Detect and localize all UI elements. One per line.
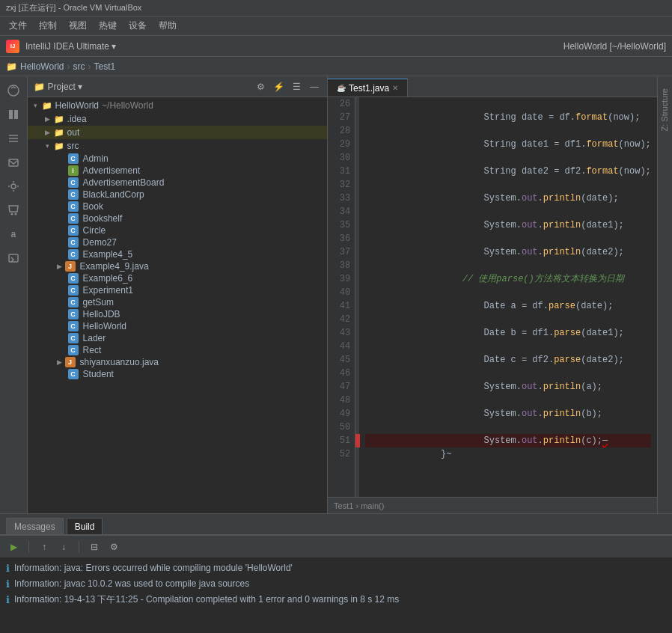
code-line-47: System.out.println(a);: [365, 380, 651, 394]
close-panel-icon[interactable]: —: [308, 80, 321, 94]
breadcrumb-src[interactable]: src: [73, 61, 85, 72]
divider2: [79, 541, 79, 553]
settings-icon[interactable]: ⚡: [272, 80, 285, 94]
play-button[interactable]: ▶: [6, 539, 21, 554]
menu-help[interactable]: 帮助: [153, 18, 183, 34]
breadcrumb-sep1: ›: [67, 61, 70, 72]
interface-icon-Advertisement: I: [68, 165, 79, 176]
gear-icon[interactable]: ⚙: [254, 80, 267, 94]
class-icon-Circle: C: [68, 225, 79, 236]
log-item-3: ℹ Information: 19-4-13 下午11:25 - Compila…: [6, 592, 666, 608]
sidebar-icon-email[interactable]: [2, 151, 25, 174]
code-editor[interactable]: 26 27 28 29 30 31 32 33 34 35 36 37 38 3…: [328, 97, 657, 497]
intellij-title[interactable]: IntelliJ IDEA Ultimate ▾: [25, 41, 116, 52]
folder-icon-out: 📁: [53, 126, 65, 138]
tree-item-root[interactable]: ▾ 📁 HelloWorld ~/HelloWorld: [28, 99, 328, 112]
menu-device[interactable]: 设备: [123, 18, 153, 34]
tree-item-Admin[interactable]: ▶ C Admin: [28, 153, 328, 165]
breadcrumb-project[interactable]: HelloWorld: [20, 61, 64, 72]
tab-close-icon[interactable]: ✕: [392, 84, 398, 92]
tree-arrow-out: ▶: [43, 127, 53, 138]
bottom-action-bar: ▶ ↑ ↓ ⊟ ⚙: [0, 535, 672, 557]
tree-label-Example4_5: Example4_5: [83, 249, 133, 260]
log-item-4[interactable]: ▶ /home/zxj/HelloWorld/src/Test1.java: [6, 608, 666, 611]
code-line-37: System.out.println(date2);: [365, 245, 651, 259]
code-line-31: String date2 = df2.format(now);: [365, 165, 651, 178]
tab-build[interactable]: Build: [67, 518, 103, 534]
tree-label-Admin: Admin: [83, 153, 109, 164]
code-line-52: }~: [365, 447, 651, 461]
tree-label-src: src: [67, 141, 79, 151]
filter-icon[interactable]: ⊟: [87, 539, 102, 554]
tree-item-Example4_5[interactable]: ▶ C Example4_5: [28, 248, 328, 260]
divider1: [28, 541, 29, 553]
folder-icon: 📁: [34, 82, 45, 92]
tree-item-HelloJDB[interactable]: ▶ C HelloJDB: [28, 308, 328, 320]
log-text-2: Information: javac 10.0.2 was used to co…: [14, 577, 249, 590]
breadcrumb-test1[interactable]: Test1: [94, 61, 115, 72]
tree-item-out[interactable]: ▶ 📁 out: [28, 126, 328, 139]
line-numbers: 26 27 28 29 30 31 32 33 34 35 36 37 38 3…: [328, 97, 355, 497]
tree-label-BlackLandCorp: BlackLandCorp: [83, 189, 144, 200]
tree-item-Rect[interactable]: ▶ C Rect: [28, 344, 328, 356]
tree-item-Lader[interactable]: ▶ C Lader: [28, 332, 328, 344]
tree-item-HelloWorld[interactable]: ▶ C HelloWorld: [28, 320, 328, 332]
tree-label-root: HelloWorld: [55, 100, 99, 111]
menu-hotkey[interactable]: 热键: [93, 18, 123, 34]
log-link-4[interactable]: /home/zxj/HelloWorld/src/Test1.java: [18, 608, 160, 611]
svg-point-4: [11, 184, 16, 189]
tree-label-out: out: [67, 127, 80, 138]
scroll-down-icon[interactable]: ↓: [56, 539, 71, 554]
tree-arrow-idea: ▶: [43, 114, 53, 124]
config-icon[interactable]: ☰: [290, 80, 303, 94]
tree-item-AdvertisementBoard[interactable]: ▶ C AdvertisementBoard: [28, 177, 328, 189]
menu-view[interactable]: 视图: [63, 18, 93, 34]
tree-item-Example6_6[interactable]: ▶ C Example6_6: [28, 272, 328, 284]
tab-java-icon: ☕: [337, 84, 346, 92]
menu-control[interactable]: 控制: [33, 18, 63, 34]
vtab-structure[interactable]: Z: Structure: [658, 82, 671, 137]
tree-label-Lader: Lader: [83, 333, 106, 343]
settings-bottom-icon[interactable]: ⚙: [106, 539, 121, 554]
sidebar-icon-3[interactable]: [2, 127, 25, 150]
tree-item-shiyanxuanzuo[interactable]: ▶ J shiyanxuanzuo.java: [28, 356, 328, 368]
class-icon-Example6_6: C: [68, 273, 79, 284]
breadcrumb: 📁 HelloWorld › src › Test1: [0, 57, 672, 76]
tree-item-Bookshelf[interactable]: ▶ C Bookshelf: [28, 212, 328, 224]
menu-file[interactable]: 文件: [3, 18, 33, 34]
tree-label-shiyanxuanzuo: shiyanxuanzuo.java: [80, 357, 159, 367]
scroll-up-icon[interactable]: ↑: [37, 539, 52, 554]
sidebar-icon-1[interactable]: [2, 79, 25, 102]
tree-item-Advertisement[interactable]: ▶ I Advertisement: [28, 165, 328, 177]
sidebar-icon-amazon[interactable]: a: [2, 223, 25, 245]
tree-label-Rect: Rect: [83, 345, 102, 355]
sidebar-icon-shop[interactable]: [2, 199, 25, 221]
tab-test1[interactable]: ☕ Test1.java ✕: [328, 79, 408, 97]
tree-item-Circle[interactable]: ▶ C Circle: [28, 224, 328, 236]
code-line-27: String date = df.format(now);: [365, 111, 651, 124]
info-icon-2: ℹ: [6, 578, 10, 591]
tree-item-Book[interactable]: ▶ C Book: [28, 201, 328, 212]
tree-label-Book: Book: [83, 201, 103, 212]
class-icon-Lader: C: [68, 333, 79, 343]
sidebar-icon-settings[interactable]: [2, 175, 25, 198]
tree-item-BlackLandCorp[interactable]: ▶ C BlackLandCorp: [28, 189, 328, 201]
svg-rect-7: [9, 254, 18, 262]
sidebar-icon-2[interactable]: [2, 103, 25, 126]
tree-item-Demo27[interactable]: ▶ C Demo27: [28, 236, 328, 248]
tree-item-idea[interactable]: ▶ 📁 .idea: [28, 112, 328, 126]
code-content[interactable]: String date = df.format(now); String dat…: [359, 97, 657, 497]
tree-item-getSum[interactable]: ▶ C getSum: [28, 296, 328, 308]
tree-item-Example4_9[interactable]: ▶ J Example4_9.java: [28, 260, 328, 272]
tree-item-Experiment1[interactable]: ▶ C Experiment1: [28, 284, 328, 296]
tree-item-Student[interactable]: ▶ C Student: [28, 368, 328, 380]
tree-item-src[interactable]: ▾ 📁 src: [28, 139, 328, 153]
menu-bar: 文件 控制 视图 热键 设备 帮助: [0, 16, 672, 36]
tab-messages[interactable]: Messages: [6, 518, 64, 534]
sidebar-icon-terminal[interactable]: [2, 247, 25, 269]
log-item-2: ℹ Information: javac 10.0.2 was used to …: [6, 576, 666, 592]
tree-label-Demo27: Demo27: [83, 237, 117, 248]
javafile-icon-shiyanxuanzuo: J: [65, 357, 76, 367]
bottom-panel: Messages Build ▶ ↑ ↓ ⊟ ⚙ ℹ Information: …: [0, 513, 672, 611]
breadcrumb-test1-bottom: Test1 › main(): [334, 501, 384, 510]
